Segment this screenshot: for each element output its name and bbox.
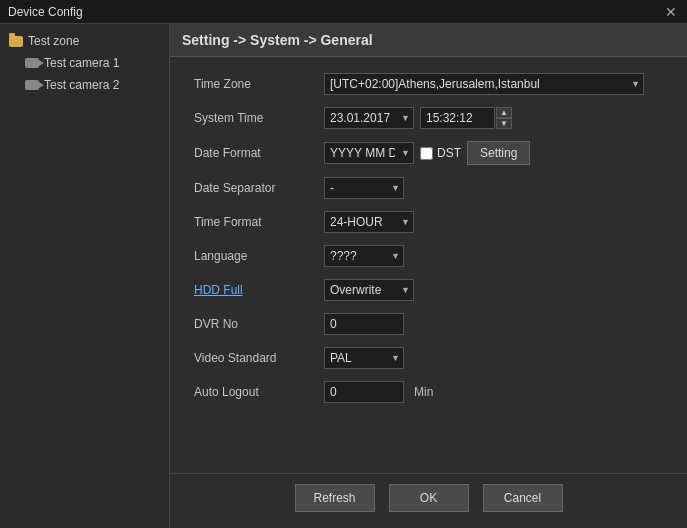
time-spin-up[interactable]: ▲	[496, 107, 512, 118]
dvr-no-label: DVR No	[194, 317, 324, 331]
video-standard-select-wrapper: PAL	[324, 347, 404, 369]
time-input[interactable]	[420, 107, 495, 129]
sidebar-label-test-camera-2: Test camera 2	[44, 78, 119, 92]
camera-icon-2	[24, 77, 40, 93]
time-input-wrapper: ▲ ▼	[420, 107, 512, 129]
language-select-wrapper: ????	[324, 245, 404, 267]
date-format-label: Date Format	[194, 146, 324, 160]
breadcrumb: Setting -> System -> General	[170, 24, 687, 57]
timezone-row: Time Zone [UTC+02:00]Athens,Jerusalem,Is…	[194, 73, 663, 95]
breadcrumb-text: Setting -> System -> General	[182, 32, 373, 48]
time-spin-down[interactable]: ▼	[496, 118, 512, 129]
hdd-full-control: Overwrite	[324, 279, 414, 301]
auto-logout-row: Auto Logout Min	[194, 381, 663, 403]
date-format-control: YYYY MM DD DST Setting	[324, 141, 530, 165]
language-select[interactable]: ????	[324, 245, 404, 267]
sidebar-item-test-camera-1[interactable]: Test camera 1	[0, 52, 169, 74]
system-time-row: System Time 23.01.2017 ▲ ▼	[194, 107, 663, 129]
min-label: Min	[414, 385, 433, 399]
timezone-select-wrapper: [UTC+02:00]Athens,Jerusalem,Istanbul	[324, 73, 644, 95]
language-control: ????	[324, 245, 404, 267]
date-select[interactable]: 23.01.2017	[324, 107, 414, 129]
close-button[interactable]: ✕	[663, 4, 679, 20]
sidebar-item-test-camera-2[interactable]: Test camera 2	[0, 74, 169, 96]
hdd-full-select-wrapper: Overwrite	[324, 279, 414, 301]
time-spin-group: ▲ ▼	[496, 107, 512, 129]
dvr-no-row: DVR No	[194, 313, 663, 335]
video-standard-label: Video Standard	[194, 351, 324, 365]
setting-button[interactable]: Setting	[467, 141, 530, 165]
hdd-full-label: HDD Full	[194, 283, 324, 297]
dvr-no-control	[324, 313, 404, 335]
sidebar-label-test-camera-1: Test camera 1	[44, 56, 119, 70]
date-format-select[interactable]: YYYY MM DD	[324, 142, 414, 164]
folder-icon	[8, 33, 24, 49]
title-bar: Device Config ✕	[0, 0, 687, 24]
language-row: Language ????	[194, 245, 663, 267]
dst-wrapper: DST	[420, 146, 461, 160]
ok-button[interactable]: OK	[389, 484, 469, 512]
sidebar-label-test-zone: Test zone	[28, 34, 79, 48]
date-separator-select-wrapper: -	[324, 177, 404, 199]
content-area: Setting -> System -> General Time Zone […	[170, 24, 687, 528]
sidebar-item-test-zone[interactable]: Test zone	[0, 30, 169, 52]
auto-logout-label: Auto Logout	[194, 385, 324, 399]
date-format-select-wrapper: YYYY MM DD	[324, 142, 414, 164]
time-format-label: Time Format	[194, 215, 324, 229]
date-select-wrapper: 23.01.2017	[324, 107, 414, 129]
auto-logout-input[interactable]	[324, 381, 404, 403]
date-separator-select[interactable]: -	[324, 177, 404, 199]
date-format-row: Date Format YYYY MM DD DST Setting	[194, 141, 663, 165]
dst-checkbox[interactable]	[420, 147, 433, 160]
refresh-button[interactable]: Refresh	[295, 484, 375, 512]
form-area: Time Zone [UTC+02:00]Athens,Jerusalem,Is…	[170, 57, 687, 473]
time-format-row: Time Format 24-HOUR	[194, 211, 663, 233]
language-label: Language	[194, 249, 324, 263]
footer: Refresh OK Cancel	[170, 473, 687, 528]
timezone-select[interactable]: [UTC+02:00]Athens,Jerusalem,Istanbul	[324, 73, 644, 95]
system-time-label: System Time	[194, 111, 324, 125]
date-separator-control: -	[324, 177, 404, 199]
camera-icon-1	[24, 55, 40, 71]
cancel-button[interactable]: Cancel	[483, 484, 563, 512]
dvr-no-input[interactable]	[324, 313, 404, 335]
sidebar: Test zone Test camera 1 Test camera 2	[0, 24, 170, 528]
main-layout: Test zone Test camera 1 Test camera 2 Se…	[0, 24, 687, 528]
video-standard-row: Video Standard PAL	[194, 347, 663, 369]
video-standard-control: PAL	[324, 347, 404, 369]
date-separator-row: Date Separator -	[194, 177, 663, 199]
time-format-select[interactable]: 24-HOUR	[324, 211, 414, 233]
hdd-full-select[interactable]: Overwrite	[324, 279, 414, 301]
time-format-select-wrapper: 24-HOUR	[324, 211, 414, 233]
title-bar-title: Device Config	[8, 5, 83, 19]
video-standard-select[interactable]: PAL	[324, 347, 404, 369]
timezone-control: [UTC+02:00]Athens,Jerusalem,Istanbul	[324, 73, 644, 95]
dst-label: DST	[437, 146, 461, 160]
auto-logout-control: Min	[324, 381, 433, 403]
time-format-control: 24-HOUR	[324, 211, 414, 233]
system-time-control: 23.01.2017 ▲ ▼	[324, 107, 512, 129]
timezone-label: Time Zone	[194, 77, 324, 91]
date-separator-label: Date Separator	[194, 181, 324, 195]
hdd-full-row: HDD Full Overwrite	[194, 279, 663, 301]
